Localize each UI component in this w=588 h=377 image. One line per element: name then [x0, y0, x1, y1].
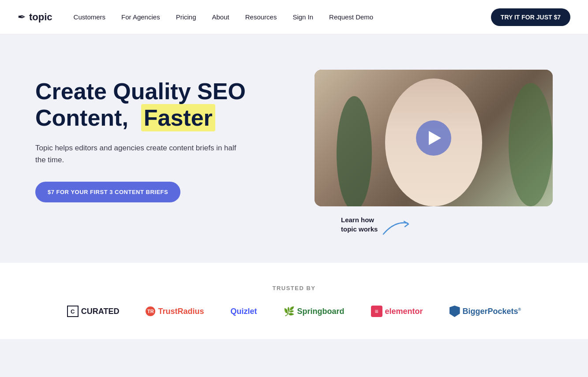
brand-biggerpockets: BiggerPockets® [449, 306, 521, 317]
logo-icon: ✒ [18, 11, 26, 23]
springboard-label: Springboard [297, 307, 345, 316]
learn-how-line1: Learn how [341, 216, 374, 224]
nav-request-demo[interactable]: Request Demo [329, 13, 373, 21]
biggerpockets-icon [449, 306, 460, 317]
nav-actions: TRY IT FOR JUST $7 [491, 8, 570, 26]
arrow-icon [381, 219, 412, 236]
brand-springboard: 🌿 Springboard [284, 306, 345, 317]
quizlet-label: Quizlet [230, 307, 257, 316]
headline-highlight: Faster [141, 104, 215, 131]
curated-box-icon: C [67, 306, 79, 317]
brand-quizlet: Quizlet [230, 307, 257, 316]
video-container[interactable] [315, 70, 553, 206]
headline-part2: Content, [35, 105, 128, 131]
learn-how-line2: topic works [341, 225, 378, 233]
springboard-icon: 🌿 [284, 306, 295, 317]
curated-label: CURATED [81, 307, 120, 316]
biggerpockets-label: BiggerPockets® [463, 307, 521, 316]
trusted-section: TRUSTED BY C CURATED TR TrustRadius Quiz… [0, 263, 588, 339]
hero-right: Learn how topic works [315, 70, 553, 236]
logo[interactable]: ✒ topic [18, 11, 52, 23]
navbar: ✒ topic Customers For Agencies Pricing A… [0, 0, 588, 34]
elementor-icon: ≡ [371, 306, 382, 317]
nav-sign-in[interactable]: Sign In [292, 13, 313, 21]
brand-logos: C CURATED TR TrustRadius Quizlet 🌿 Sprin… [35, 306, 553, 317]
nav-links: Customers For Agencies Pricing About Res… [74, 13, 491, 21]
headline-part1: Create Quality SEO [35, 78, 246, 104]
learn-how: Learn how topic works [315, 215, 553, 236]
hero-cta-button[interactable]: $7 FOR YOUR FIRST 3 CONTENT BRIEFS [35, 182, 180, 202]
nav-resources[interactable]: Resources [245, 13, 277, 21]
nav-pricing[interactable]: Pricing [176, 13, 196, 21]
hero-headline: Create Quality SEO Content, Faster [35, 78, 247, 131]
elementor-label: elementor [385, 307, 423, 316]
try-button[interactable]: TRY IT FOR JUST $7 [491, 8, 570, 26]
nav-about[interactable]: About [212, 13, 229, 21]
nav-customers[interactable]: Customers [74, 13, 106, 21]
trustradius-label: TrustRadius [158, 307, 204, 316]
logo-text: topic [29, 11, 52, 23]
brand-elementor: ≡ elementor [371, 306, 423, 317]
learn-how-text: Learn how topic works [341, 215, 378, 234]
hero-left: Create Quality SEO Content, Faster Topic… [35, 70, 247, 202]
brand-curated: C CURATED [67, 306, 120, 317]
play-button[interactable] [416, 120, 451, 156]
nav-for-agencies[interactable]: For Agencies [121, 13, 160, 21]
trustradius-icon: TR [146, 306, 155, 316]
brand-trustradius: TR TrustRadius [146, 306, 204, 316]
trusted-label: TRUSTED BY [35, 285, 553, 291]
hero-subtext: Topic helps editors and agencies create … [35, 142, 247, 166]
play-icon [429, 131, 441, 145]
hero-section: Create Quality SEO Content, Faster Topic… [0, 34, 588, 263]
